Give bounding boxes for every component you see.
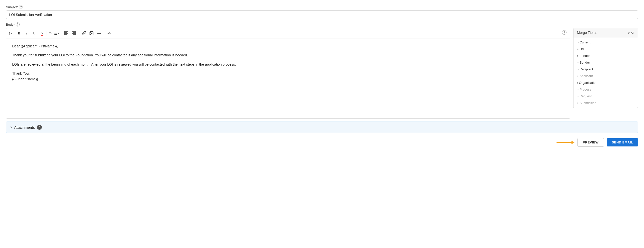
preview-button[interactable]: PREVIEW: [578, 138, 604, 147]
text-color-icon: A: [40, 31, 43, 36]
svg-rect-2: [64, 34, 68, 34]
merge-field-organization[interactable]: › Organization: [574, 79, 638, 86]
link-icon: [82, 31, 86, 36]
subject-label: Subject* ?: [6, 5, 638, 9]
editor-line-4: Thank You,{{Funder.Name}}: [12, 71, 564, 82]
code-button[interactable]: <>: [106, 30, 113, 37]
merge-field-submission[interactable]: > Submission: [574, 100, 638, 106]
request-label: Request: [580, 94, 592, 98]
merge-field-current[interactable]: > Current: [574, 39, 638, 46]
editor-toolbar: ¶ ▾ B i U A ≡ ▾ ☰: [6, 28, 570, 39]
body-section: ¶ ▾ B i U A ≡ ▾ ☰: [6, 28, 638, 119]
merge-field-process[interactable]: > Process: [574, 86, 638, 93]
svg-point-9: [91, 32, 91, 33]
arrow-line: [556, 142, 572, 143]
merge-fields-panel: Merge Fields > All > Current > Url > Fun…: [573, 28, 638, 108]
applicant-chevron-icon: >: [577, 75, 578, 78]
bold-button[interactable]: B: [16, 30, 23, 37]
text-color-button[interactable]: A: [38, 30, 45, 37]
recipient-label: Recipient: [580, 67, 593, 71]
request-chevron-icon: >: [577, 95, 578, 98]
attachments-section[interactable]: > Attachments 0: [6, 122, 638, 133]
recipient-chevron-icon: >: [577, 68, 578, 71]
current-chevron-icon: >: [577, 41, 578, 44]
attachments-count-badge: 0: [37, 125, 42, 130]
editor-line-3: LOIs are reviewed at the beginning of ea…: [12, 62, 564, 67]
merge-field-applicant[interactable]: > Applicant: [574, 73, 638, 79]
separator-2: [46, 31, 47, 36]
ordered-list-icon: ≡: [49, 31, 51, 36]
merge-field-recipient[interactable]: > Recipient: [574, 66, 638, 73]
align-right-icon: [72, 32, 76, 35]
ordered-list-button[interactable]: ≡ ▾: [48, 30, 53, 37]
body-label-text: Body*: [6, 23, 15, 27]
process-label: Process: [580, 88, 591, 91]
svg-rect-5: [73, 33, 76, 33]
organization-label: Organization: [579, 81, 598, 85]
separator-3: [61, 31, 61, 36]
funder-label: Funder: [580, 54, 590, 58]
bold-icon: B: [18, 32, 20, 35]
url-label: Url: [580, 47, 584, 51]
unordered-list-button[interactable]: ☰ ▾: [54, 30, 60, 37]
send-email-button[interactable]: SEND EMAIL: [607, 138, 638, 146]
editor-line-1: Dear {{Applicant.FirstName}},: [12, 43, 564, 49]
paragraph-button[interactable]: ¶ ▾: [8, 30, 12, 37]
merge-fields-title: Merge Fields: [577, 31, 597, 35]
paragraph-icon: ¶: [9, 32, 10, 35]
merge-field-sender[interactable]: > Sender: [574, 59, 638, 66]
editor-line-2: Thank you for submitting your LOI to the…: [12, 52, 564, 58]
merge-field-url[interactable]: > Url: [574, 46, 638, 52]
separator-4: [79, 31, 79, 36]
svg-rect-1: [64, 33, 67, 33]
editor-body[interactable]: Dear {{Applicant.FirstName}}, Thank you …: [6, 39, 570, 118]
svg-rect-3: [64, 35, 67, 35]
process-chevron-icon: >: [577, 88, 578, 91]
unordered-list-dropdown-arrow: ▾: [58, 32, 59, 35]
merge-field-request[interactable]: > Request: [574, 93, 638, 100]
sender-chevron-icon: >: [577, 61, 578, 64]
subject-input[interactable]: [6, 11, 638, 19]
subject-label-text: Subject*: [6, 5, 18, 9]
unordered-list-icon: ☰: [54, 31, 58, 36]
funder-chevron-icon: >: [577, 54, 578, 57]
organization-chevron-icon: ›: [577, 81, 578, 85]
body-label: Body* ?: [6, 23, 638, 27]
underline-icon: U: [33, 32, 35, 35]
footer: PREVIEW SEND EMAIL: [6, 138, 638, 147]
attachments-chevron-icon: >: [10, 125, 12, 129]
svg-rect-6: [72, 34, 76, 34]
sender-label: Sender: [580, 61, 590, 64]
current-label: Current: [580, 41, 590, 44]
horizontal-rule-icon: —: [97, 31, 101, 35]
merge-field-funder[interactable]: > Funder: [574, 52, 638, 59]
submission-chevron-icon: >: [577, 102, 578, 105]
image-icon: [89, 31, 94, 36]
align-left-button[interactable]: [63, 30, 70, 37]
editor-help-icon[interactable]: ?: [562, 30, 566, 35]
subject-help-icon[interactable]: ?: [19, 5, 23, 9]
merge-fields-all-button[interactable]: > All: [628, 31, 634, 35]
editor-container: ¶ ▾ B i U A ≡ ▾ ☰: [6, 28, 570, 119]
url-chevron-icon: >: [577, 48, 578, 51]
body-help-icon[interactable]: ?: [16, 23, 20, 27]
image-button[interactable]: [88, 30, 95, 37]
italic-button[interactable]: i: [23, 30, 30, 37]
applicant-label: Applicant: [580, 74, 593, 78]
horizontal-rule-button[interactable]: —: [96, 30, 102, 37]
attachments-label: Attachments: [14, 125, 35, 129]
merge-fields-header: Merge Fields > All: [574, 28, 638, 38]
underline-button[interactable]: U: [31, 30, 38, 37]
separator-5: [104, 31, 104, 36]
arrow-head-icon: [572, 141, 574, 144]
align-right-button[interactable]: [70, 30, 77, 37]
ordered-list-dropdown-arrow: ▾: [51, 32, 52, 35]
submission-label: Submission: [580, 101, 596, 105]
separator-1: [14, 31, 14, 36]
svg-rect-0: [64, 32, 68, 32]
svg-rect-4: [72, 32, 76, 32]
svg-rect-7: [73, 35, 76, 35]
merge-fields-list: > Current > Url > Funder > Sender > Reci…: [574, 38, 638, 108]
arrow-indicator: [556, 141, 574, 144]
link-button[interactable]: [80, 30, 88, 37]
